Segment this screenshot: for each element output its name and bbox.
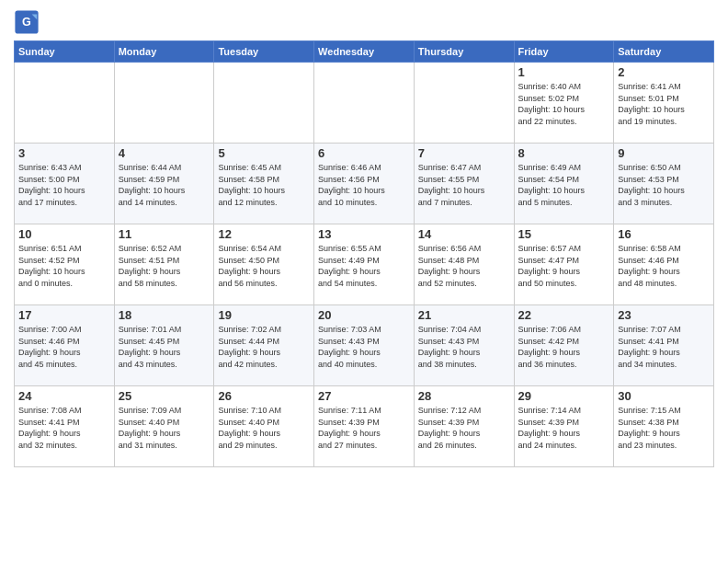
calendar-week-3: 10Sunrise: 6:51 AM Sunset: 4:52 PM Dayli… xyxy=(15,224,714,305)
calendar-cell: 21Sunrise: 7:04 AM Sunset: 4:43 PM Dayli… xyxy=(414,305,514,386)
day-number: 9 xyxy=(618,146,710,160)
weekday-header-row: SundayMondayTuesdayWednesdayThursdayFrid… xyxy=(15,41,714,63)
calendar-cell: 22Sunrise: 7:06 AM Sunset: 4:42 PM Dayli… xyxy=(514,305,614,386)
day-number: 26 xyxy=(218,389,310,403)
day-info: Sunrise: 6:52 AM Sunset: 4:51 PM Dayligh… xyxy=(119,243,210,289)
calendar-cell: 12Sunrise: 6:54 AM Sunset: 4:50 PM Dayli… xyxy=(214,224,314,305)
calendar-cell: 18Sunrise: 7:01 AM Sunset: 4:45 PM Dayli… xyxy=(114,305,214,386)
day-number: 28 xyxy=(418,389,510,403)
day-info: Sunrise: 6:41 AM Sunset: 5:01 PM Dayligh… xyxy=(618,81,710,127)
day-info: Sunrise: 6:51 AM Sunset: 4:52 PM Dayligh… xyxy=(18,243,110,289)
calendar-cell: 7Sunrise: 6:47 AM Sunset: 4:55 PM Daylig… xyxy=(414,144,514,224)
day-info: Sunrise: 7:15 AM Sunset: 4:38 PM Dayligh… xyxy=(618,405,710,451)
day-number: 3 xyxy=(18,146,110,160)
day-info: Sunrise: 6:58 AM Sunset: 4:46 PM Dayligh… xyxy=(618,243,710,289)
day-number: 11 xyxy=(119,227,210,241)
day-number: 7 xyxy=(418,146,510,160)
calendar-cell: 9Sunrise: 6:50 AM Sunset: 4:53 PM Daylig… xyxy=(614,144,714,224)
day-number: 25 xyxy=(119,389,210,403)
day-info: Sunrise: 7:12 AM Sunset: 4:39 PM Dayligh… xyxy=(418,405,510,451)
calendar-cell: 29Sunrise: 7:14 AM Sunset: 4:39 PM Dayli… xyxy=(514,386,614,467)
day-number: 2 xyxy=(618,65,710,79)
calendar-table: SundayMondayTuesdayWednesdayThursdayFrid… xyxy=(14,40,714,467)
weekday-header-monday: Monday xyxy=(114,41,214,63)
day-number: 29 xyxy=(518,389,610,403)
calendar-cell: 30Sunrise: 7:15 AM Sunset: 4:38 PM Dayli… xyxy=(614,386,714,467)
day-info: Sunrise: 6:54 AM Sunset: 4:50 PM Dayligh… xyxy=(218,243,310,289)
day-number: 24 xyxy=(18,389,110,403)
day-info: Sunrise: 6:55 AM Sunset: 4:49 PM Dayligh… xyxy=(318,243,410,289)
day-number: 1 xyxy=(518,65,610,79)
weekday-header-thursday: Thursday xyxy=(414,41,514,63)
calendar-cell: 5Sunrise: 6:45 AM Sunset: 4:58 PM Daylig… xyxy=(214,144,314,224)
day-number: 17 xyxy=(18,308,110,322)
calendar-week-2: 3Sunrise: 6:43 AM Sunset: 5:00 PM Daylig… xyxy=(15,144,714,224)
calendar-cell: 11Sunrise: 6:52 AM Sunset: 4:51 PM Dayli… xyxy=(114,224,214,305)
logo-icon: G xyxy=(14,9,40,35)
weekday-header-saturday: Saturday xyxy=(614,41,714,63)
day-number: 22 xyxy=(518,308,610,322)
day-number: 5 xyxy=(218,146,310,160)
calendar-cell: 17Sunrise: 7:00 AM Sunset: 4:46 PM Dayli… xyxy=(15,305,115,386)
day-info: Sunrise: 6:56 AM Sunset: 4:48 PM Dayligh… xyxy=(418,243,510,289)
calendar-week-4: 17Sunrise: 7:00 AM Sunset: 4:46 PM Dayli… xyxy=(15,305,714,386)
calendar-cell: 24Sunrise: 7:08 AM Sunset: 4:41 PM Dayli… xyxy=(15,386,115,467)
calendar-cell: 4Sunrise: 6:44 AM Sunset: 4:59 PM Daylig… xyxy=(114,144,214,224)
calendar-cell: 1Sunrise: 6:40 AM Sunset: 5:02 PM Daylig… xyxy=(514,63,614,144)
day-info: Sunrise: 7:01 AM Sunset: 4:45 PM Dayligh… xyxy=(119,324,210,370)
day-number: 8 xyxy=(518,146,610,160)
weekday-header-wednesday: Wednesday xyxy=(314,41,415,63)
day-number: 27 xyxy=(318,389,410,403)
calendar-week-5: 24Sunrise: 7:08 AM Sunset: 4:41 PM Dayli… xyxy=(15,386,714,467)
logo: G xyxy=(14,9,43,35)
day-info: Sunrise: 7:00 AM Sunset: 4:46 PM Dayligh… xyxy=(18,324,110,370)
weekday-header-tuesday: Tuesday xyxy=(214,41,314,63)
day-info: Sunrise: 7:10 AM Sunset: 4:40 PM Dayligh… xyxy=(218,405,310,451)
day-number: 4 xyxy=(119,146,210,160)
calendar-cell: 25Sunrise: 7:09 AM Sunset: 4:40 PM Dayli… xyxy=(114,386,214,467)
calendar-cell: 16Sunrise: 6:58 AM Sunset: 4:46 PM Dayli… xyxy=(614,224,714,305)
day-info: Sunrise: 6:43 AM Sunset: 5:00 PM Dayligh… xyxy=(18,162,110,208)
calendar-cell: 13Sunrise: 6:55 AM Sunset: 4:49 PM Dayli… xyxy=(314,224,415,305)
calendar-cell xyxy=(414,63,514,144)
calendar-cell: 20Sunrise: 7:03 AM Sunset: 4:43 PM Dayli… xyxy=(314,305,415,386)
day-number: 20 xyxy=(318,308,410,322)
calendar-cell: 6Sunrise: 6:46 AM Sunset: 4:56 PM Daylig… xyxy=(314,144,415,224)
day-info: Sunrise: 7:03 AM Sunset: 4:43 PM Dayligh… xyxy=(318,324,410,370)
calendar-week-1: 1Sunrise: 6:40 AM Sunset: 5:02 PM Daylig… xyxy=(15,63,714,144)
day-info: Sunrise: 7:14 AM Sunset: 4:39 PM Dayligh… xyxy=(518,405,610,451)
day-number: 6 xyxy=(318,146,410,160)
day-info: Sunrise: 6:47 AM Sunset: 4:55 PM Dayligh… xyxy=(418,162,510,208)
calendar-cell xyxy=(114,63,214,144)
calendar-cell: 19Sunrise: 7:02 AM Sunset: 4:44 PM Dayli… xyxy=(214,305,314,386)
day-number: 16 xyxy=(618,227,710,241)
weekday-header-sunday: Sunday xyxy=(15,41,115,63)
day-info: Sunrise: 7:09 AM Sunset: 4:40 PM Dayligh… xyxy=(119,405,210,451)
calendar-cell xyxy=(15,63,115,144)
day-number: 30 xyxy=(618,389,710,403)
day-number: 10 xyxy=(18,227,110,241)
calendar-cell: 15Sunrise: 6:57 AM Sunset: 4:47 PM Dayli… xyxy=(514,224,614,305)
calendar-cell xyxy=(214,63,314,144)
day-info: Sunrise: 6:45 AM Sunset: 4:58 PM Dayligh… xyxy=(218,162,310,208)
day-number: 18 xyxy=(119,308,210,322)
day-info: Sunrise: 7:07 AM Sunset: 4:41 PM Dayligh… xyxy=(618,324,710,370)
day-info: Sunrise: 6:44 AM Sunset: 4:59 PM Dayligh… xyxy=(119,162,210,208)
day-info: Sunrise: 6:49 AM Sunset: 4:54 PM Dayligh… xyxy=(518,162,610,208)
calendar-cell: 26Sunrise: 7:10 AM Sunset: 4:40 PM Dayli… xyxy=(214,386,314,467)
weekday-header-friday: Friday xyxy=(514,41,614,63)
day-number: 15 xyxy=(518,227,610,241)
calendar-cell: 3Sunrise: 6:43 AM Sunset: 5:00 PM Daylig… xyxy=(15,144,115,224)
day-info: Sunrise: 7:02 AM Sunset: 4:44 PM Dayligh… xyxy=(218,324,310,370)
day-number: 19 xyxy=(218,308,310,322)
day-info: Sunrise: 7:08 AM Sunset: 4:41 PM Dayligh… xyxy=(18,405,110,451)
day-info: Sunrise: 7:11 AM Sunset: 4:39 PM Dayligh… xyxy=(318,405,410,451)
day-number: 23 xyxy=(618,308,710,322)
svg-text:G: G xyxy=(22,16,31,29)
calendar-cell: 8Sunrise: 6:49 AM Sunset: 4:54 PM Daylig… xyxy=(514,144,614,224)
calendar-cell: 28Sunrise: 7:12 AM Sunset: 4:39 PM Dayli… xyxy=(414,386,514,467)
calendar-cell: 23Sunrise: 7:07 AM Sunset: 4:41 PM Dayli… xyxy=(614,305,714,386)
day-number: 12 xyxy=(218,227,310,241)
day-info: Sunrise: 6:40 AM Sunset: 5:02 PM Dayligh… xyxy=(518,81,610,127)
calendar-cell: 2Sunrise: 6:41 AM Sunset: 5:01 PM Daylig… xyxy=(614,63,714,144)
